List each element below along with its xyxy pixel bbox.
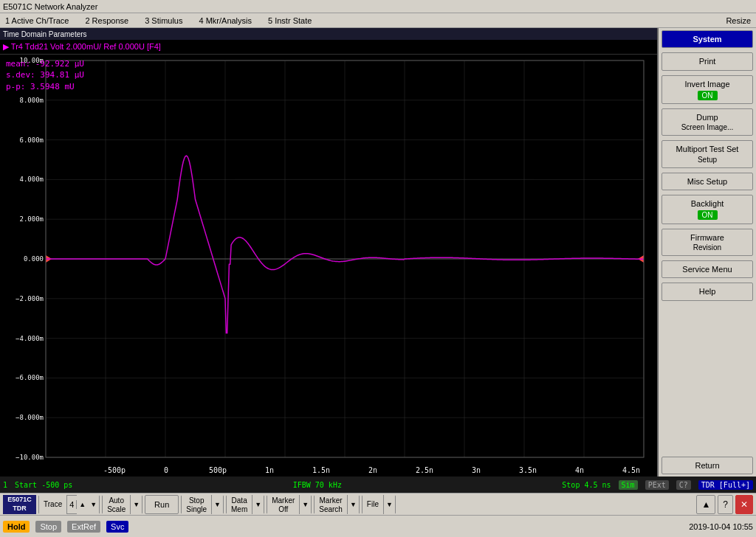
x-label-8: 3.5n bbox=[502, 466, 554, 474]
file-btn-group: File ▼ bbox=[362, 495, 396, 514]
chart-container: Time Domain Parameters ▶ Tr4 Tdd21 Volt … bbox=[0, 28, 657, 477]
vb-extref: ExtRef bbox=[67, 521, 100, 533]
data-mem-btn[interactable]: DataMem bbox=[227, 495, 252, 514]
marker-search-btn-group: MarkerSearch ▼ bbox=[314, 495, 360, 514]
multiport-sub: Setup bbox=[664, 155, 751, 164]
title-bar: E5071C Network Analyzer bbox=[0, 0, 756, 13]
data-mem-arrow[interactable]: ▼ bbox=[252, 495, 264, 514]
trace-btn[interactable]: Trace bbox=[39, 495, 67, 514]
up-btn[interactable]: ▲ bbox=[696, 495, 715, 514]
firmware-label: Firmware bbox=[664, 232, 751, 243]
main-area: Time Domain Parameters ▶ Tr4 Tdd21 Volt … bbox=[0, 28, 756, 477]
status-sim: Sim bbox=[619, 480, 638, 490]
dump-sub: Screen Image... bbox=[664, 122, 751, 132]
auto-scale-arrow[interactable]: ▼ bbox=[131, 495, 142, 514]
multiport-label: Multiport Test Set bbox=[664, 144, 751, 154]
status-channel: 1 bbox=[3, 481, 7, 489]
status-pext: PExt bbox=[645, 480, 669, 490]
sidebar-firmware-btn[interactable]: Firmware Revision bbox=[662, 229, 753, 256]
vb-stop: Stop bbox=[35, 521, 61, 533]
x-label-3: 1n bbox=[244, 466, 295, 474]
params-bar: Time Domain Parameters bbox=[0, 28, 657, 40]
trace-num: 4 bbox=[69, 500, 74, 509]
backlight-on-badge: ON bbox=[698, 210, 718, 220]
menu-stimulus[interactable]: 3 Stimulus bbox=[142, 15, 185, 26]
firmware-sub: Revision bbox=[664, 243, 751, 252]
x-label-10: 4.5n bbox=[605, 466, 657, 474]
very-bottom-status: Hold Stop ExtRef Svc 2019-10-04 10:55 bbox=[0, 515, 756, 537]
vb-time: 2019-10-04 10:55 bbox=[689, 522, 753, 531]
marker-search-arrow[interactable]: ▼ bbox=[348, 495, 359, 514]
x-label-7: 3n bbox=[450, 466, 502, 474]
chart-wrapper: mean: -92.922 µU s.dev: 394.81 µU p-p: 3… bbox=[0, 55, 657, 463]
marker-off-btn[interactable]: MarkerOff bbox=[267, 495, 300, 514]
marker-off-btn-group: MarkerOff ▼ bbox=[267, 495, 312, 514]
x-label-2: 500p bbox=[192, 466, 244, 474]
trace-label: ▶ Tr4 Tdd21 Volt 2.000mU/ Ref 0.000U [F4… bbox=[3, 42, 161, 52]
sidebar-help-btn[interactable]: Help bbox=[662, 283, 753, 300]
file-arrow[interactable]: ▼ bbox=[384, 495, 395, 514]
bottom-toolbar: E5071C TDR Trace 4 ▲ ▼ AutoScale ▼ Run S… bbox=[0, 493, 756, 515]
sidebar-backlight-btn[interactable]: Backlight ON bbox=[662, 195, 753, 224]
auto-scale-btn-group: AutoScale ▼ bbox=[102, 495, 142, 514]
sidebar-print-btn[interactable]: Print bbox=[662, 52, 753, 70]
menu-instr[interactable]: 5 Instr State bbox=[266, 15, 314, 26]
menu-bar: 1 Active Ch/Trace 2 Response 3 Stimulus … bbox=[0, 13, 756, 28]
trace-arrow-up[interactable]: ▲ bbox=[77, 495, 88, 514]
x-label-5: 2n bbox=[347, 466, 399, 474]
stop-single-btn[interactable]: StopSingle bbox=[182, 495, 212, 514]
marker-off-arrow[interactable]: ▼ bbox=[300, 495, 311, 514]
status-ifbw: IFBW 70 kHz bbox=[80, 481, 554, 489]
sidebar: System Print Invert Image ON Dump Screen… bbox=[657, 28, 756, 477]
status-stop: Stop 4.5 ns bbox=[562, 481, 611, 489]
sidebar-service-btn[interactable]: Service Menu bbox=[662, 260, 753, 278]
x-label-4: 1.5n bbox=[295, 466, 347, 474]
trace-btn-group: Trace 4 ▲ ▼ bbox=[38, 495, 100, 514]
menu-active-ch[interactable]: 1 Active Ch/Trace bbox=[3, 15, 71, 26]
close-btn[interactable]: ✕ bbox=[735, 495, 753, 514]
run-btn[interactable]: Run bbox=[145, 495, 179, 514]
question-btn[interactable]: ? bbox=[718, 495, 733, 514]
menu-resize[interactable]: Resize bbox=[724, 15, 753, 26]
sidebar-invert-btn[interactable]: Invert Image ON bbox=[662, 75, 753, 105]
logo-bot: TDR bbox=[13, 505, 27, 513]
sidebar-dump-btn[interactable]: Dump Screen Image... bbox=[662, 108, 753, 136]
logo-box: E5071C TDR bbox=[3, 495, 36, 514]
x-label-9: 4n bbox=[554, 466, 605, 474]
auto-scale-btn[interactable]: AutoScale bbox=[103, 495, 131, 514]
stop-single-arrow[interactable]: ▼ bbox=[212, 495, 223, 514]
x-label-1: 0 bbox=[140, 466, 192, 474]
trace-header: ▶ Tr4 Tdd21 Volt 2.000mU/ Ref 0.000U [F4… bbox=[0, 40, 657, 55]
sidebar-return-btn[interactable]: Return bbox=[662, 457, 753, 474]
app-title: E5071C Network Analyzer bbox=[3, 2, 97, 11]
x-label-0: -500p bbox=[89, 466, 140, 474]
marker-search-btn[interactable]: MarkerSearch bbox=[315, 495, 348, 514]
status-c2: C? bbox=[676, 480, 691, 490]
params-label: Time Domain Parameters bbox=[3, 30, 87, 38]
stop-single-btn-group: StopSingle ▼ bbox=[181, 495, 224, 514]
sidebar-misc-btn[interactable]: Misc Setup bbox=[662, 173, 753, 190]
dump-label: Dump bbox=[664, 112, 751, 122]
sidebar-multiport-btn[interactable]: Multiport Test Set Setup bbox=[662, 140, 753, 167]
menu-response[interactable]: 2 Response bbox=[83, 15, 131, 26]
x-axis-labels: -500p 0 500p 1n 1.5n 2n 2.5n 3n 3.5n 4n … bbox=[0, 463, 657, 477]
invert-on-badge: ON bbox=[698, 91, 718, 100]
status-bar: 1 Start -500 ps IFBW 70 kHz Stop 4.5 ns … bbox=[0, 477, 756, 493]
logo-top: E5071C bbox=[7, 496, 32, 505]
vb-svc: Svc bbox=[106, 521, 128, 533]
data-mem-btn-group: DataMem ▼ bbox=[226, 495, 264, 514]
chart-canvas bbox=[0, 55, 657, 463]
sidebar-system-btn[interactable]: System bbox=[662, 30, 753, 48]
vb-hold: Hold bbox=[3, 521, 30, 533]
invert-label: Invert Image bbox=[664, 79, 751, 89]
file-btn[interactable]: File bbox=[362, 495, 384, 514]
status-start: Start -500 ps bbox=[15, 481, 72, 489]
x-label-6: 2.5n bbox=[399, 466, 450, 474]
trace-arrow-down[interactable]: ▼ bbox=[88, 495, 99, 514]
backlight-label: Backlight bbox=[664, 198, 751, 209]
status-tdr: TDR [Full+] bbox=[698, 480, 753, 490]
menu-mkr[interactable]: 4 Mkr/Analysis bbox=[196, 15, 254, 26]
